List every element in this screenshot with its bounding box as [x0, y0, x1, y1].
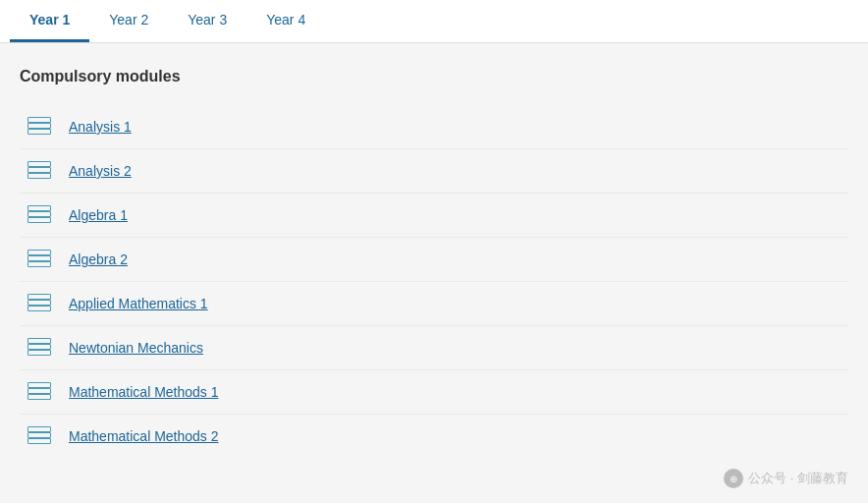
tabs-bar: Year 1 Year 2 Year 3 Year 4	[0, 0, 868, 43]
module-link-4[interactable]: Algebra 2	[69, 252, 128, 267]
section-title: Compulsory modules	[20, 68, 848, 85]
wechat-icon: ⊕	[724, 469, 743, 488]
list-item: Analysis 2	[20, 149, 848, 194]
module-link-5[interactable]: Applied Mathematics 1	[69, 296, 208, 311]
tab-year2[interactable]: Year 2	[89, 0, 168, 42]
tab-year1[interactable]: Year 1	[10, 0, 89, 42]
tab-year4[interactable]: Year 4	[246, 0, 325, 42]
list-item: Applied Mathematics 1	[20, 282, 848, 326]
module-icon-7	[25, 380, 54, 404]
module-link-7[interactable]: Mathematical Methods 1	[69, 384, 219, 400]
module-icon-4	[25, 248, 54, 271]
module-link-1[interactable]: Analysis 1	[69, 119, 132, 135]
module-icon-5	[25, 292, 54, 315]
tab-year3[interactable]: Year 3	[168, 0, 246, 42]
module-icon-6	[25, 336, 54, 360]
layers-icon	[27, 294, 51, 313]
module-icon-3	[25, 203, 54, 227]
module-link-8[interactable]: Mathematical Methods 2	[69, 428, 219, 444]
list-item: Mathematical Methods 1	[20, 370, 848, 415]
module-link-2[interactable]: Analysis 2	[69, 163, 132, 179]
layers-icon	[27, 117, 51, 137]
layers-icon	[27, 250, 51, 269]
watermark-text: 公众号 · 剑藤教育	[748, 470, 848, 487]
list-item: Newtonian Mechanics	[20, 326, 848, 370]
layers-icon	[27, 382, 51, 402]
module-icon-2	[25, 159, 54, 183]
layers-icon	[27, 426, 51, 446]
layers-icon	[27, 338, 51, 358]
layers-icon	[27, 205, 51, 225]
list-item: Algebra 1	[20, 194, 848, 238]
module-icon-1	[25, 115, 54, 139]
layers-icon	[27, 161, 51, 181]
module-icon-8	[25, 424, 54, 448]
watermark: ⊕ 公众号 · 剑藤教育	[724, 469, 848, 488]
list-item: Mathematical Methods 2	[20, 415, 848, 458]
module-link-3[interactable]: Algebra 1	[69, 207, 128, 223]
list-item: Analysis 1	[20, 105, 848, 149]
content-area: Compulsory modules Analysis 1 Analysis 2	[0, 43, 868, 495]
module-link-6[interactable]: Newtonian Mechanics	[69, 340, 203, 356]
list-item: Algebra 2	[20, 238, 848, 282]
module-list: Analysis 1 Analysis 2 Algebra 1	[20, 105, 848, 458]
